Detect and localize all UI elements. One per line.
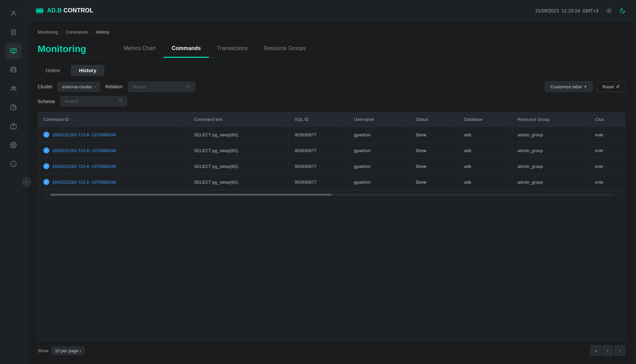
tab-resource-groups[interactable]: Resource Groups [256, 40, 314, 58]
main-tabs: Metrics Chart Commands Transactions Reso… [116, 40, 625, 58]
svg-line-28 [611, 9, 611, 9]
show-label: Show [38, 348, 49, 353]
table-row: ✓ 1695231283-713-4--1975886344 SELECT pg… [38, 158, 625, 174]
header-datetime: 21/09/2023 11:23:24 GMT+3 [535, 8, 598, 13]
pagination-row: Show 10 per page › « ‹ › [38, 341, 625, 356]
sidebar-icon-briefcase[interactable] [5, 118, 21, 134]
sidebar-icon-monitoring[interactable] [5, 43, 21, 59]
page-content: Monitoring / Commands / History Monitori… [27, 21, 636, 364]
horizontal-scrollbar[interactable] [50, 194, 613, 196]
main-content: AD.B CONTROL 21/09/2023 11:23:24 GMT+3 [27, 0, 636, 364]
cluster-label: Cluster [38, 84, 52, 89]
reset-button[interactable]: Reset ↺ [597, 81, 625, 92]
cell-cluster: exte [590, 174, 625, 190]
customize-table-button[interactable]: Customize table + [545, 81, 593, 92]
command-id-link[interactable]: ✓ 1695231283-713-6--1975886344 [43, 147, 183, 153]
table-row: ✓ 1695231283-713-6--1975886344 SELECT pg… [38, 143, 625, 158]
cell-database: adb [458, 174, 512, 190]
cell-status: Done [410, 158, 458, 174]
breadcrumb-history[interactable]: History [96, 30, 109, 35]
expand-col-icon: › [452, 118, 453, 122]
schema-search-icon [118, 98, 123, 104]
header-timezone: GMT+3 [583, 8, 598, 13]
cell-resource-group: admin_group [512, 127, 590, 143]
theme-dark-icon[interactable] [617, 5, 628, 16]
svg-point-29 [187, 85, 189, 87]
relation-search[interactable] [128, 82, 195, 92]
cell-cluster: exte [590, 158, 625, 174]
expand-col-icon: › [342, 118, 343, 122]
cell-sql-id: 953650677 [289, 158, 348, 174]
cell-status: Done [410, 127, 458, 143]
schema-row: Schema [38, 96, 625, 106]
check-icon: ✓ [43, 163, 49, 169]
scroll-right-arrow[interactable]: › [613, 192, 620, 198]
sidebar-icon-settings[interactable] [5, 137, 21, 153]
schema-label: Schema [38, 99, 55, 104]
tab-metrics-chart[interactable]: Metrics Chart [116, 40, 164, 58]
sidebar-icon-file[interactable] [5, 24, 21, 40]
col-sql-id[interactable]: SQL ID › [289, 112, 348, 127]
cell-resource-group: admin_group [512, 143, 590, 158]
schema-search[interactable] [60, 96, 127, 106]
chevron-right-icon: › [94, 84, 95, 89]
header-icons [604, 5, 628, 16]
svg-line-24 [611, 12, 611, 12]
first-page-button[interactable]: « [590, 345, 601, 356]
breadcrumb-commands[interactable]: Commands [66, 30, 88, 35]
col-command-text[interactable]: Command text › [189, 112, 289, 127]
cell-username: gpadmin [348, 158, 410, 174]
scroll-left-arrow[interactable]: ‹ [43, 192, 50, 198]
cell-cluster: exte [590, 127, 625, 143]
svg-point-11 [12, 144, 14, 146]
cell-command-id: ✓ 1695231283-713-4--1975886344 [38, 158, 189, 174]
sub-tabs: Online History [38, 65, 625, 76]
per-page-value: 10 per page [55, 348, 78, 353]
col-database[interactable]: Database [458, 112, 512, 127]
command-id-link[interactable]: ✓ 1695231283-713-8--1975886344 [43, 132, 183, 138]
sidebar-icon-users[interactable] [5, 81, 21, 97]
plus-icon: + [584, 84, 587, 90]
tab-commands[interactable]: Commands [164, 40, 209, 58]
app-header: AD.B CONTROL 21/09/2023 11:23:24 GMT+3 [27, 0, 636, 21]
sub-tab-history[interactable]: History [71, 65, 104, 76]
col-username[interactable]: Username › [348, 112, 410, 127]
table-actions: Customize table + Reset ↺ [545, 81, 625, 92]
command-id-link[interactable]: ✓ 1695231283-713-4--1975886344 [43, 163, 183, 169]
sub-tab-online[interactable]: Online [38, 65, 68, 76]
sidebar-icon-pie[interactable] [5, 99, 21, 116]
cell-database: adb [458, 158, 512, 174]
next-page-button[interactable]: › [615, 345, 625, 356]
col-cluster[interactable]: Clus [590, 112, 625, 127]
command-id-link[interactable]: ✓ 1695231283-713-2--1975886344 [43, 179, 183, 185]
relation-input[interactable] [132, 84, 184, 89]
sidebar-icon-user[interactable] [5, 5, 21, 21]
cell-sql-id: 953650677 [289, 143, 348, 158]
cluster-value: external-cluster [62, 84, 92, 89]
col-resource-group[interactable]: Resource Group [512, 112, 590, 127]
logo-text: AD.B CONTROL [47, 7, 93, 14]
cell-database: adb [458, 143, 512, 158]
sidebar-icon-info[interactable] [5, 156, 21, 172]
sidebar-icon-database[interactable] [5, 62, 21, 78]
svg-line-30 [189, 87, 190, 88]
cell-cluster: exte [590, 143, 625, 158]
col-command-id[interactable]: Command ID ↑ › [38, 112, 189, 127]
col-status[interactable]: Status › [410, 112, 458, 127]
cell-status: Done [410, 174, 458, 190]
per-page-dropdown[interactable]: 10 per page › [51, 347, 85, 355]
check-icon: ✓ [43, 147, 49, 153]
theme-light-icon[interactable] [604, 5, 615, 16]
cluster-select[interactable]: external-cluster › [58, 82, 100, 92]
expand-col-icon: › [282, 118, 284, 122]
sidebar-toggle[interactable]: › [22, 177, 31, 187]
cell-database: adb [458, 127, 512, 143]
page-title: Monitoring [38, 44, 105, 54]
breadcrumb-monitoring[interactable]: Monitoring [38, 30, 58, 35]
schema-input[interactable] [64, 99, 116, 104]
tab-transactions[interactable]: Transactions [209, 40, 256, 58]
reset-icon: ↺ [616, 84, 620, 89]
prev-page-button[interactable]: ‹ [602, 345, 613, 356]
table-row: ✓ 1695231283-713-8--1975886344 SELECT pg… [38, 127, 625, 143]
pagination-buttons: « ‹ › [590, 345, 625, 356]
